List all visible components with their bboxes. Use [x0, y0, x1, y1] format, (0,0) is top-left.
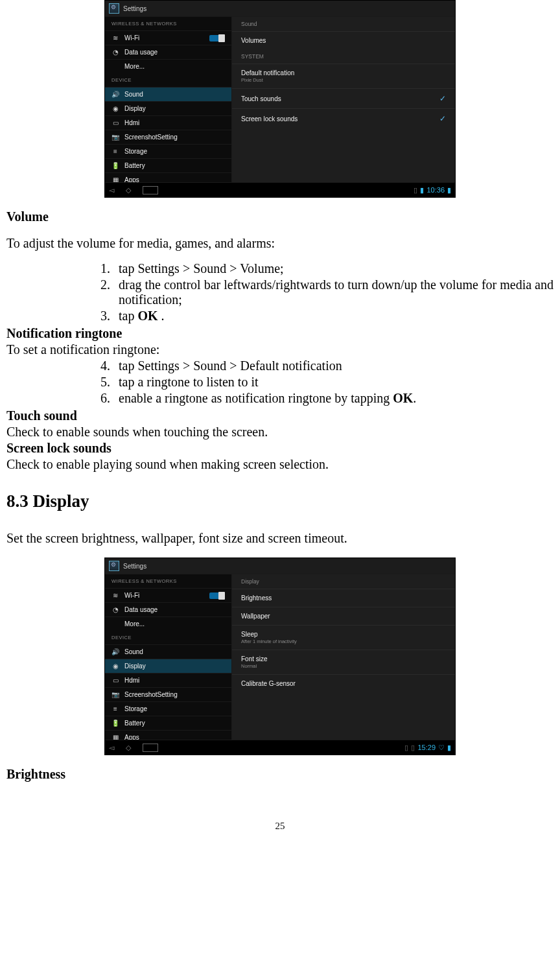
row-touch-sounds[interactable]: Touch sounds ✓ [232, 88, 455, 108]
section-heading-display: 8.3 Display [6, 491, 554, 511]
sidebar-item-label: Battery [124, 720, 145, 727]
sound-icon: 🔊 [111, 91, 119, 98]
back-icon[interactable]: ◅ [109, 186, 114, 194]
home-icon[interactable]: ◇ [126, 186, 131, 194]
sidebar-item-screenshot[interactable]: 📷 ScreenshotSetting [105, 130, 231, 144]
ok-bold: OK [137, 309, 158, 323]
sidebar-item-apps[interactable]: ▦ Apps [105, 730, 231, 740]
row-label: Font size [241, 655, 268, 663]
sidebar-item-sound[interactable]: 🔊 Sound [105, 87, 231, 101]
sidebar-item-battery[interactable]: 🔋 Battery [105, 158, 231, 172]
sidebar-item-data-usage[interactable]: ◔ Data usage [105, 45, 231, 59]
sidebar-item-storage[interactable]: ≡ Storage [105, 701, 231, 716]
settings-app-icon [109, 3, 119, 14]
row-default-notification[interactable]: Default notification Pixie Dust [232, 64, 455, 88]
page-number: 25 [6, 821, 554, 845]
content-pane: Display Brightness Wallpaper Sleep After… [232, 574, 455, 740]
sidebar-item-display[interactable]: ◉ Display [105, 659, 231, 673]
volume-intro: To adjust the volume for media, games, a… [6, 236, 554, 251]
data-usage-icon: ◔ [111, 606, 119, 613]
row-sublabel: Pixie Dust [241, 77, 294, 83]
row-calibrate-gsensor[interactable]: Calibrate G-sensor [232, 674, 455, 692]
sidebar-item-screenshot[interactable]: 📷 ScreenshotSetting [105, 687, 231, 701]
row-screen-lock-sounds[interactable]: Screen lock sounds ✓ [232, 108, 455, 128]
home-icon[interactable]: ◇ [126, 744, 131, 752]
settings-app-icon [109, 561, 119, 571]
apps-icon: ▦ [111, 734, 119, 740]
notification-intro: To set a notification ringtone: [6, 342, 554, 357]
sidebar-item-storage[interactable]: ≡ Storage [105, 144, 231, 158]
step-4: tap Settings > Sound > Default notificat… [113, 358, 554, 373]
sidebar-category-wireless: WIRELESS & NETWORKS [105, 17, 231, 30]
signal-icon: ♡ [438, 744, 445, 752]
sidebar-item-sound[interactable]: 🔊 Sound [105, 644, 231, 659]
status-icon: ▯ [411, 744, 415, 752]
navbar: ◅ ◇ ▯ ▮ 10:36 ▮ [105, 182, 455, 197]
row-volumes[interactable]: Volumes [232, 31, 455, 49]
row-font-size[interactable]: Font size Normal [232, 650, 455, 674]
recent-apps-icon[interactable] [143, 186, 158, 194]
sidebar-item-label: Hdmi [124, 119, 139, 126]
navbar: ◅ ◇ ▯ ▯ 15:29 ♡ ▮ [105, 740, 455, 755]
ok-bold: OK [393, 391, 413, 405]
checkmark-icon: ✓ [439, 94, 446, 103]
sidebar-item-label: ScreenshotSetting [124, 691, 178, 698]
row-sleep[interactable]: Sleep After 1 minute of inactivity [232, 625, 455, 650]
heading-volume: Volume [6, 209, 554, 224]
row-brightness[interactable]: Brightness [232, 589, 455, 607]
titlebar: Settings [105, 1, 455, 16]
status-icon: ▯ [404, 744, 408, 752]
sidebar-item-label: Hdmi [124, 677, 139, 684]
sidebar-item-apps[interactable]: ▦ Apps [105, 172, 231, 182]
content-header-sound: Sound [232, 17, 455, 31]
step-5: tap a ringtone to listen to it [113, 375, 554, 390]
row-sublabel: After 1 minute of inactivity [241, 639, 297, 644]
screenshot-icon: 📷 [111, 691, 119, 698]
notification-steps: tap Settings > Sound > Default notificat… [6, 358, 554, 406]
display-icon: ◉ [111, 663, 119, 670]
sidebar-item-battery[interactable]: 🔋 Battery [105, 716, 231, 730]
apps-icon: ▦ [111, 176, 119, 182]
recent-apps-icon[interactable] [143, 744, 158, 752]
screen-lock-sounds-text: Check to enable playing sound when makin… [6, 457, 554, 472]
sidebar: WIRELESS & NETWORKS ≋ Wi-Fi ◔ Data usage… [105, 574, 232, 740]
sidebar-item-label: Storage [124, 148, 147, 155]
battery-status-icon: ▮ [447, 744, 451, 752]
sidebar-item-hdmi[interactable]: ▭ Hdmi [105, 115, 231, 130]
sidebar-item-data-usage[interactable]: ◔ Data usage [105, 602, 231, 616]
content-pane: Sound Volumes SYSTEM Default notificatio… [232, 17, 455, 182]
heading-screen-lock-sounds: Screen lock sounds [6, 441, 554, 456]
display-intro: Set the screen brightness, wallpaper, fo… [6, 531, 554, 546]
row-label: Sleep [241, 631, 258, 638]
sidebar-item-display[interactable]: ◉ Display [105, 101, 231, 115]
display-icon: ◉ [111, 105, 119, 112]
sidebar-item-label: Apps [124, 176, 139, 182]
sidebar-item-label: ScreenshotSetting [124, 134, 178, 141]
wifi-toggle-on[interactable] [209, 592, 225, 599]
row-label: Screen lock sounds [241, 115, 298, 123]
sidebar-item-hdmi[interactable]: ▭ Hdmi [105, 673, 231, 687]
hdmi-icon: ▭ [111, 119, 119, 126]
settings-display-screenshot: Settings WIRELESS & NETWORKS ≋ Wi-Fi ◔ D… [104, 557, 456, 755]
wifi-toggle-on[interactable] [209, 35, 225, 41]
sidebar-item-wifi[interactable]: ≋ Wi-Fi [105, 588, 231, 602]
signal-icon: ▮ [420, 186, 424, 194]
sidebar-category-device: DEVICE [105, 631, 231, 644]
back-icon[interactable]: ◅ [109, 744, 114, 752]
content-header-display: Display [232, 574, 455, 589]
wifi-icon: ≋ [111, 592, 119, 599]
row-wallpaper[interactable]: Wallpaper [232, 607, 455, 625]
step-3: tap OK . [113, 309, 554, 323]
sidebar: WIRELESS & NETWORKS ≋ Wi-Fi ◔ Data usage… [105, 17, 232, 182]
content-header-system: SYSTEM [232, 49, 455, 64]
sidebar-item-more[interactable]: More... [105, 616, 231, 631]
row-label: Default notification [241, 69, 294, 76]
sidebar-item-label: Wi-Fi [124, 592, 139, 599]
wifi-icon: ≋ [111, 34, 119, 41]
sidebar-item-more[interactable]: More... [105, 59, 231, 73]
sidebar-item-wifi[interactable]: ≋ Wi-Fi [105, 30, 231, 45]
row-label: Brightness [241, 594, 272, 602]
sidebar-category-wireless: WIRELESS & NETWORKS [105, 574, 231, 588]
sidebar-item-label: Display [124, 105, 146, 112]
sidebar-item-label: Battery [124, 162, 145, 169]
